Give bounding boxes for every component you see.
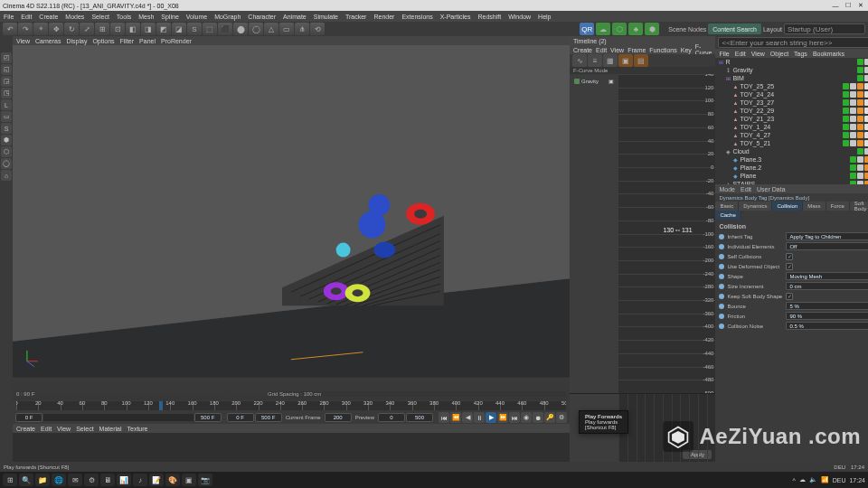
viewport-menubar[interactable]: ViewCamerasDisplayOptionsFilterPanelProR… bbox=[13, 36, 570, 45]
attr-tab-basic[interactable]: Basic bbox=[715, 202, 739, 211]
toolbar-button-8[interactable]: ◧ bbox=[126, 23, 140, 35]
transport-10[interactable]: ⚙ bbox=[556, 412, 567, 423]
graph-menu-item-5[interactable]: Key bbox=[681, 47, 692, 53]
object-row-13[interactable]: ◆Plane.2 bbox=[715, 164, 868, 172]
tag-icon[interactable] bbox=[857, 173, 863, 179]
palette-tool-4[interactable]: L bbox=[1, 99, 12, 110]
menubar-item-12[interactable]: Simulate bbox=[314, 14, 338, 20]
palette-tool-9[interactable]: ◯ bbox=[1, 158, 12, 169]
attr-header-item-0[interactable]: Mode bbox=[719, 186, 735, 192]
timeline-panel-toolbar[interactable]: ∿ ≡ ▦ ▣ ▤ bbox=[570, 54, 715, 67]
timeline-start-field[interactable]: 0 F bbox=[15, 413, 42, 422]
toolbar-button-20[interactable]: ⟲ bbox=[310, 23, 325, 35]
graph-menu-item-4[interactable]: Functions bbox=[649, 47, 676, 53]
palette-tool-8[interactable]: ⬡ bbox=[1, 146, 12, 157]
qr-icon[interactable]: QR bbox=[580, 23, 594, 35]
tag-icon[interactable] bbox=[857, 91, 863, 98]
attr-tab-soft body[interactable]: Soft Body bbox=[850, 202, 868, 211]
tag-icon[interactable] bbox=[850, 132, 856, 138]
object-row-5[interactable]: ▲TOY_23_27 bbox=[715, 99, 868, 107]
filter2-button[interactable]: ▤ bbox=[634, 54, 648, 67]
timeline-end-field[interactable]: 500 F bbox=[194, 413, 222, 422]
anim-dot-icon[interactable] bbox=[719, 314, 724, 319]
transport-2[interactable]: ◀ bbox=[462, 412, 473, 423]
playhead[interactable] bbox=[159, 401, 163, 410]
view-menubar-item-0[interactable]: View bbox=[16, 38, 30, 44]
tag-icon[interactable] bbox=[864, 108, 868, 114]
tray-icon-2[interactable]: 🔈 bbox=[809, 476, 817, 483]
objmanmenu-item-1[interactable]: Edit bbox=[41, 426, 52, 432]
tag-icon[interactable] bbox=[850, 83, 856, 89]
tag-icon[interactable] bbox=[850, 99, 856, 106]
tag-icon[interactable] bbox=[864, 83, 868, 89]
attr-header-item-2[interactable]: User Data bbox=[757, 186, 786, 192]
attr-tab-collision[interactable]: Collision bbox=[772, 202, 803, 211]
num-field[interactable]: 0.5 % bbox=[786, 322, 868, 330]
range-slider[interactable] bbox=[43, 414, 193, 421]
tag-icon[interactable] bbox=[864, 156, 868, 163]
timeline-viewstart-field[interactable]: 0 F bbox=[227, 413, 254, 422]
toolbar-button-12[interactable]: S bbox=[187, 23, 202, 35]
tag-icon[interactable] bbox=[850, 164, 856, 171]
object-row-10[interactable]: ▲TOY_5_21 bbox=[715, 139, 868, 147]
menubar-item-17[interactable]: Redshift bbox=[478, 14, 502, 20]
num-field[interactable]: 90 % bbox=[786, 312, 868, 320]
tag-icon[interactable] bbox=[864, 132, 868, 138]
transport-6[interactable]: ⏭ bbox=[509, 412, 520, 423]
taskbar-app-5[interactable]: ⚙ bbox=[84, 474, 99, 486]
tag-icon[interactable] bbox=[850, 156, 856, 163]
taskbar-app-11[interactable]: ▣ bbox=[182, 474, 196, 486]
tag-icon[interactable] bbox=[850, 124, 856, 130]
toolbar-button-18[interactable]: ▭ bbox=[279, 23, 294, 35]
tag-icon[interactable] bbox=[857, 83, 863, 89]
timeline-panel-menubar[interactable]: CreateEditViewFrameFunctionsKeyF-Curve bbox=[570, 45, 715, 54]
dope-button[interactable]: ≡ bbox=[588, 54, 602, 67]
fcurve-canvas[interactable]: 130 ▫▫ 131 140120100806040200-20-40-60-8… bbox=[618, 74, 715, 393]
toolbar-button-16[interactable]: ◯ bbox=[249, 23, 263, 35]
keyframe-handle[interactable]: 130 ▫▫ 131 bbox=[663, 227, 692, 233]
menubar-item-19[interactable]: Help bbox=[538, 14, 551, 20]
tag-icon[interactable] bbox=[857, 164, 863, 171]
taskbar-app-10[interactable]: 🎨 bbox=[165, 474, 180, 486]
object-row-8[interactable]: ▲TOY_1_24 bbox=[715, 123, 868, 131]
tag-icon[interactable] bbox=[857, 132, 863, 138]
object-row-7[interactable]: ▲TOY_21_23 bbox=[715, 115, 868, 123]
tag-icon[interactable] bbox=[864, 99, 868, 106]
cache-tab[interactable]: Cache bbox=[715, 211, 741, 220]
graph-menu-item-2[interactable]: View bbox=[610, 47, 624, 53]
toolbar-button-9[interactable]: ◨ bbox=[141, 23, 156, 35]
om-header-item-1[interactable]: Edit bbox=[735, 51, 746, 57]
menubar-item-16[interactable]: X-Particles bbox=[440, 14, 471, 20]
tray-icon-0[interactable]: ^ bbox=[792, 477, 795, 483]
windows-taskbar[interactable]: ⊞🔍📁🌐✉⚙🖥📊♪📝🎨▣📷 ^☁🔈📶DEU17:24 bbox=[0, 472, 868, 488]
palette-tool-1[interactable]: ◱ bbox=[1, 64, 12, 75]
checkbox[interactable]: ✓ bbox=[786, 293, 793, 300]
select-field[interactable]: Moving Mesh bbox=[786, 272, 868, 280]
view-menubar-item-2[interactable]: Display bbox=[66, 38, 87, 44]
checkbox[interactable]: ✓ bbox=[786, 263, 793, 270]
hex-icon[interactable]: ⬡ bbox=[612, 23, 627, 35]
toolbar-button-19[interactable]: ⋔ bbox=[295, 23, 309, 35]
content-search-button[interactable]: Content Search bbox=[708, 23, 761, 34]
palette-tool-6[interactable]: S bbox=[1, 123, 12, 134]
transport-9[interactable]: 🔑 bbox=[544, 412, 555, 423]
object-row-3[interactable]: ▲TOY_25_25 bbox=[715, 82, 868, 90]
object-row-12[interactable]: ◆Plane.3 bbox=[715, 155, 868, 164]
leaf-icon[interactable]: ♣ bbox=[628, 23, 643, 35]
tag-icon[interactable] bbox=[864, 173, 868, 179]
menubar-item-13[interactable]: Tracker bbox=[345, 14, 366, 20]
attr-tab-force[interactable]: Force bbox=[826, 202, 850, 211]
tag-icon[interactable] bbox=[857, 99, 863, 106]
object-manager-menubar[interactable]: FileEditViewObjectTagsBookmarks bbox=[715, 49, 868, 58]
attr-header-item-1[interactable]: Edit bbox=[741, 186, 751, 192]
taskbar-app-2[interactable]: 📁 bbox=[35, 474, 50, 486]
palette-tool-3[interactable]: ◳ bbox=[1, 88, 12, 99]
tag-icon[interactable] bbox=[843, 116, 849, 122]
palette-tool-2[interactable]: ◲ bbox=[1, 76, 12, 87]
tag-icon[interactable] bbox=[850, 116, 856, 122]
tag-icon[interactable] bbox=[864, 75, 868, 81]
tag-icon[interactable] bbox=[857, 148, 863, 155]
object-row-6[interactable]: ▲TOY_22_29 bbox=[715, 107, 868, 115]
tag-icon[interactable] bbox=[843, 99, 849, 106]
om-header-item-5[interactable]: Bookmarks bbox=[813, 51, 844, 57]
